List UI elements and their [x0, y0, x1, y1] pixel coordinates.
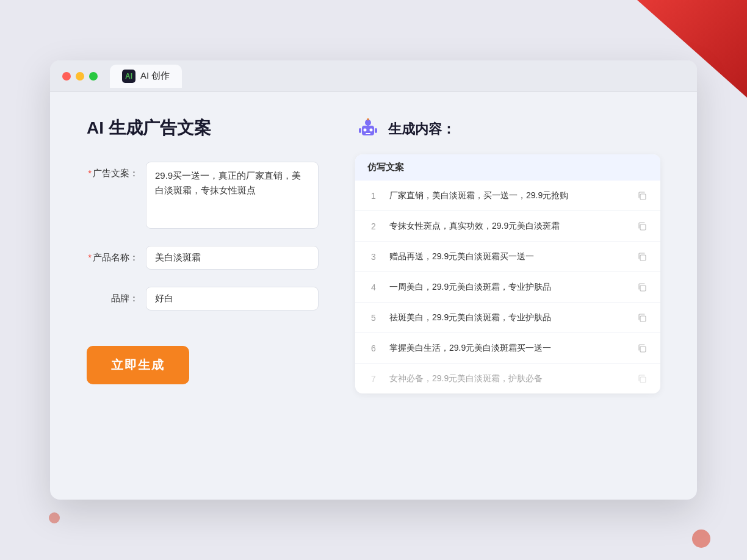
browser-content: AI 生成广告文案 *广告文案： *产品名称： 品牌： — [50, 92, 697, 418]
product-name-input[interactable] — [146, 246, 319, 270]
row-text: 祛斑美白，29.9元美白淡斑霜，专业护肤品 — [389, 311, 626, 324]
tab-area: AI AI 创作 — [110, 65, 182, 88]
results-container: 1厂家直销，美白淡斑霜，买一送一，29.9元抢购 2专抹女性斑点，真实功效，29… — [355, 181, 660, 393]
row-text: 女神必备，29.9元美白淡斑霜，护肤必备 — [389, 372, 626, 385]
required-star-ad-copy: * — [88, 168, 92, 178]
table-row: 2专抹女性斑点，真实功效，29.9元美白淡斑霜 — [355, 211, 660, 242]
brand-input[interactable] — [146, 287, 319, 311]
form-group-product-name: *产品名称： — [87, 246, 319, 270]
row-text: 赠品再送，29.9元美白淡斑霜买一送一 — [389, 250, 626, 263]
browser-titlebar: AI AI 创作 — [50, 60, 697, 92]
copy-icon[interactable] — [636, 312, 648, 324]
maximize-button[interactable] — [89, 72, 98, 81]
ad-copy-label: *广告文案： — [87, 162, 139, 179]
robot-icon — [355, 117, 381, 142]
table-row: 4一周美白，29.9元美白淡斑霜，专业护肤品 — [355, 272, 660, 303]
tab-ai-creation[interactable]: AI AI 创作 — [110, 65, 182, 88]
table-row: 6掌握美白生活，29.9元美白淡斑霜买一送一 — [355, 333, 660, 364]
form-group-brand: 品牌： — [87, 287, 319, 311]
svg-rect-14 — [640, 316, 646, 321]
copy-icon[interactable] — [636, 251, 648, 263]
table-row: 7女神必备，29.9元美白淡斑霜，护肤必备 — [355, 364, 660, 393]
svg-rect-11 — [640, 224, 646, 230]
copy-icon[interactable] — [636, 220, 648, 232]
form-group-ad-copy: *广告文案： — [87, 162, 319, 229]
svg-rect-12 — [640, 255, 646, 260]
copy-icon[interactable] — [636, 281, 648, 293]
svg-rect-4 — [366, 133, 370, 134]
row-number: 5 — [367, 313, 380, 323]
table-row: 3赠品再送，29.9元美白淡斑霜买一送一 — [355, 242, 660, 272]
svg-point-2 — [364, 129, 367, 132]
row-text: 厂家直销，美白淡斑霜，买一送一，29.9元抢购 — [389, 189, 626, 202]
copy-icon[interactable] — [636, 342, 648, 354]
svg-rect-15 — [640, 346, 646, 352]
row-number: 4 — [367, 282, 380, 292]
left-panel: AI 生成广告文案 *广告文案： *产品名称： 品牌： — [87, 117, 319, 393]
row-text: 专抹女性斑点，真实功效，29.9元美白淡斑霜 — [389, 220, 626, 232]
row-number: 1 — [367, 191, 380, 201]
table-header: 仿写文案 — [355, 154, 660, 181]
generate-button[interactable]: 立即生成 — [87, 346, 189, 384]
browser-window: AI AI 创作 AI 生成广告文案 *广告文案： *产品名称： — [50, 60, 697, 500]
svg-rect-13 — [640, 285, 646, 291]
row-number: 2 — [367, 221, 380, 231]
page-title: AI 生成广告文案 — [87, 117, 319, 140]
bg-decoration-bl — [49, 512, 60, 523]
row-text: 一周美白，29.9元美白淡斑霜，专业护肤品 — [389, 281, 626, 293]
row-text: 掌握美白生活，29.9元美白淡斑霜买一送一 — [389, 342, 626, 354]
required-star-product: * — [88, 252, 92, 262]
product-name-label: *产品名称： — [87, 246, 139, 264]
right-panel: 生成内容： 仿写文案 1厂家直销，美白淡斑霜，买一送一，29.9元抢购 2专抹女… — [355, 117, 660, 393]
copy-icon[interactable] — [636, 373, 648, 385]
svg-rect-6 — [359, 128, 361, 133]
svg-rect-7 — [375, 128, 377, 133]
row-number: 6 — [367, 343, 380, 353]
tab-ai-icon: AI — [122, 70, 135, 83]
window-controls — [62, 72, 98, 81]
tab-label: AI 创作 — [140, 70, 170, 82]
result-table: 仿写文案 1厂家直销，美白淡斑霜，买一送一，29.9元抢购 2专抹女性斑点，真实… — [355, 154, 660, 393]
row-number: 3 — [367, 252, 380, 262]
ad-copy-input[interactable] — [146, 162, 319, 229]
close-button[interactable] — [62, 72, 71, 81]
brand-label: 品牌： — [87, 287, 139, 304]
svg-rect-16 — [640, 377, 646, 382]
svg-point-3 — [370, 129, 373, 132]
minimize-button[interactable] — [76, 72, 84, 81]
bg-decoration-br — [692, 529, 710, 548]
table-row: 1厂家直销，美白淡斑霜，买一送一，29.9元抢购 — [355, 181, 660, 211]
table-row: 5祛斑美白，29.9元美白淡斑霜，专业护肤品 — [355, 303, 660, 333]
copy-icon[interactable] — [636, 190, 648, 202]
svg-rect-10 — [640, 194, 646, 199]
row-number: 7 — [367, 374, 380, 384]
result-title: 生成内容： — [388, 120, 455, 138]
result-header: 生成内容： — [355, 117, 660, 142]
